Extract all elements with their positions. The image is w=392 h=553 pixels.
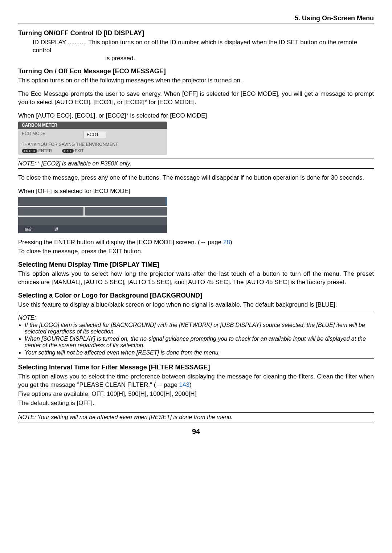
footer-hint: 退 bbox=[54, 227, 58, 232]
heading-display-time: Selecting Menu Display Time [DISPLAY TIM… bbox=[18, 261, 374, 269]
paragraph: When [OFF] is selected for [ECO MODE] bbox=[18, 187, 374, 196]
note-eco2: NOTE: * [ECO2] is available on P350X onl… bbox=[18, 159, 374, 169]
paragraph: Five options are available: OFF, 100[H],… bbox=[18, 390, 374, 398]
paragraph: When [AUTO ECO], [ECO1], or [ECO2]* is s… bbox=[18, 112, 374, 120]
page-link-143[interactable]: 143 bbox=[179, 381, 189, 388]
paragraph: The default setting is [OFF]. bbox=[18, 399, 374, 407]
id-display-definition: ID DISPLAY ........... This option turns… bbox=[18, 38, 374, 62]
paragraph: The Eco Message prompts the user to save… bbox=[18, 90, 374, 107]
eco-mode-value: ECO1 bbox=[83, 131, 106, 138]
eco-off-screenshot: 确定 退 bbox=[18, 197, 167, 233]
paragraph: To close the message, press any one of t… bbox=[18, 174, 374, 182]
paragraph: To close the message, press the EXIT but… bbox=[18, 247, 374, 256]
screenshot-title: CARBON METER bbox=[18, 122, 167, 129]
paragraph: This option allows you to select how lon… bbox=[18, 270, 374, 287]
chapter-header: 5. Using On-Screen Menu bbox=[18, 15, 374, 24]
exit-hint: EXIT:EXIT bbox=[62, 148, 84, 153]
paragraph: This option allows you to select the tim… bbox=[18, 373, 374, 389]
paragraph: Pressing the ENTER button will display t… bbox=[18, 238, 374, 247]
note-bullet: When [SOURCE DISPLAY] is turned on, the … bbox=[25, 336, 374, 349]
eco-mode-label: ECO MODE bbox=[22, 131, 83, 138]
note-bullet: If the [LOGO] item is selected for [BACK… bbox=[25, 322, 374, 335]
chapter-title: 5. Using On-Screen Menu bbox=[295, 15, 374, 22]
carbon-meter-screenshot: CARBON METER ECO MODE ECO1 THANK YOU FOR… bbox=[18, 122, 167, 155]
page-link-28[interactable]: 28 bbox=[223, 239, 230, 246]
page-number: 94 bbox=[18, 427, 374, 436]
paragraph: Use this feature to display a blue/black… bbox=[18, 301, 374, 309]
heading-background: Selecting a Color or Logo for Background… bbox=[18, 292, 374, 299]
enter-hint: ENTER:ENTER bbox=[22, 148, 52, 153]
heading-id-display: Turning ON/OFF Control ID [ID DISPLAY] bbox=[18, 29, 374, 37]
screenshot-message: THANK YOU FOR SAVING THE ENVIRONMENT. bbox=[18, 140, 167, 148]
note-background: NOTE: If the [LOGO] item is selected for… bbox=[18, 313, 374, 359]
heading-eco-message: Turning On / Off Eco Message [ECO MESSAG… bbox=[18, 67, 374, 75]
footer-hint: 确定 bbox=[25, 227, 33, 232]
note-bullet: Your setting will not be affected even w… bbox=[25, 349, 374, 356]
heading-filter-message: Selecting Interval Time for Filter Messa… bbox=[18, 364, 374, 371]
note-filter: NOTE: Your setting will not be affected … bbox=[18, 412, 374, 422]
paragraph: This option turns on or off the followin… bbox=[18, 77, 374, 85]
